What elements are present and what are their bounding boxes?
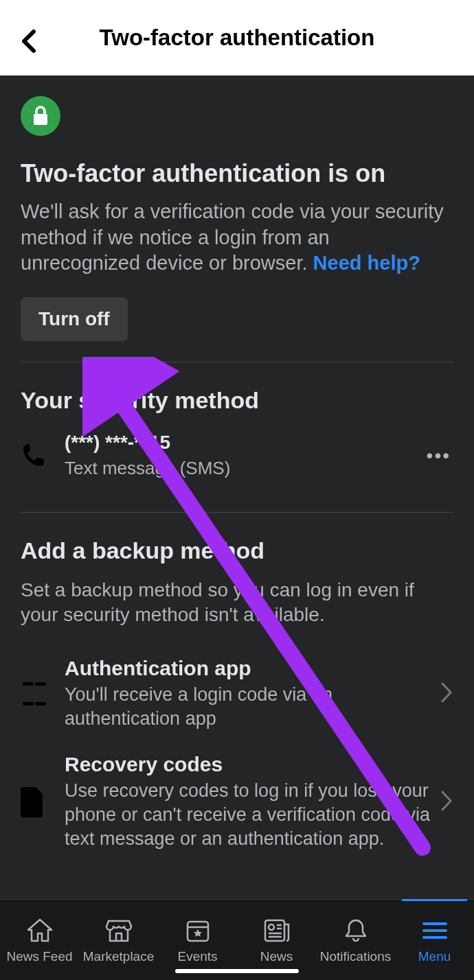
back-button[interactable]: [15, 27, 43, 55]
marketplace-icon: [105, 916, 133, 945]
divider: [21, 362, 453, 362]
tab-news[interactable]: News: [237, 900, 316, 980]
tab-label: News Feed: [6, 949, 72, 964]
status-title: Two-factor authentication is on: [21, 159, 453, 188]
svg-rect-3: [265, 920, 284, 941]
security-method-type: Text message (SMS): [65, 458, 427, 479]
auth-app-sub: You'll receive a login code via an authe…: [65, 683, 434, 731]
content-area: Two-factor authentication is on We'll as…: [0, 75, 474, 883]
home-indicator[interactable]: [175, 969, 299, 973]
auth-app-icon: [21, 680, 52, 708]
phone-icon: [21, 443, 52, 469]
recovery-codes-sub: Use recovery codes to log in if you lose…: [65, 779, 434, 851]
tab-menu[interactable]: Menu: [395, 900, 474, 980]
lock-icon: [32, 106, 49, 126]
tab-label: Notifications: [320, 949, 392, 964]
auth-app-title: Authentication app: [65, 657, 434, 680]
header-bar: Two-factor authentication: [0, 0, 474, 75]
svg-rect-0: [34, 114, 47, 125]
security-method-row[interactable]: (***) ***-**15 Text message (SMS) •••: [21, 428, 453, 491]
tab-label: News: [260, 949, 293, 964]
more-options-icon[interactable]: •••: [427, 445, 453, 467]
tab-news-feed[interactable]: News Feed: [0, 900, 79, 980]
bottom-tab-bar: News Feed Marketplace Events News Notifi…: [0, 899, 474, 980]
security-method-phone: (***) ***-**15: [65, 432, 427, 454]
back-chevron-icon: [20, 29, 38, 54]
backup-method-heading: Add a backup method: [21, 537, 453, 564]
news-icon: [263, 916, 291, 945]
recovery-codes-title: Recovery codes: [65, 753, 434, 776]
tab-events[interactable]: Events: [158, 900, 237, 980]
tab-label: Menu: [418, 949, 451, 964]
hamburger-icon: [422, 916, 447, 945]
tab-label: Marketplace: [83, 949, 155, 964]
divider: [21, 512, 453, 513]
tab-marketplace[interactable]: Marketplace: [79, 900, 158, 980]
backup-method-desc: Set a backup method so you can log in ev…: [21, 578, 453, 628]
turn-off-button[interactable]: Turn off: [21, 297, 128, 341]
page-title: Two-factor authentication: [0, 25, 474, 51]
tab-notifications[interactable]: Notifications: [316, 900, 395, 980]
chevron-right-icon: [440, 789, 453, 815]
status-description: We'll ask for a verification code via yo…: [21, 199, 453, 277]
backup-recovery-codes-row[interactable]: Recovery codes Use recovery codes to log…: [21, 742, 453, 862]
lock-status-badge: [21, 96, 60, 136]
events-icon: [185, 916, 211, 945]
security-method-heading: Your security method: [21, 387, 453, 414]
home-icon: [26, 916, 54, 945]
tab-label: Events: [177, 949, 217, 964]
recovery-codes-icon: [21, 787, 52, 817]
need-help-link[interactable]: Need help?: [313, 252, 420, 274]
chevron-right-icon: [440, 681, 453, 707]
bell-icon: [343, 916, 368, 945]
backup-auth-app-row[interactable]: Authentication app You'll receive a logi…: [21, 646, 453, 742]
svg-point-4: [269, 924, 274, 930]
